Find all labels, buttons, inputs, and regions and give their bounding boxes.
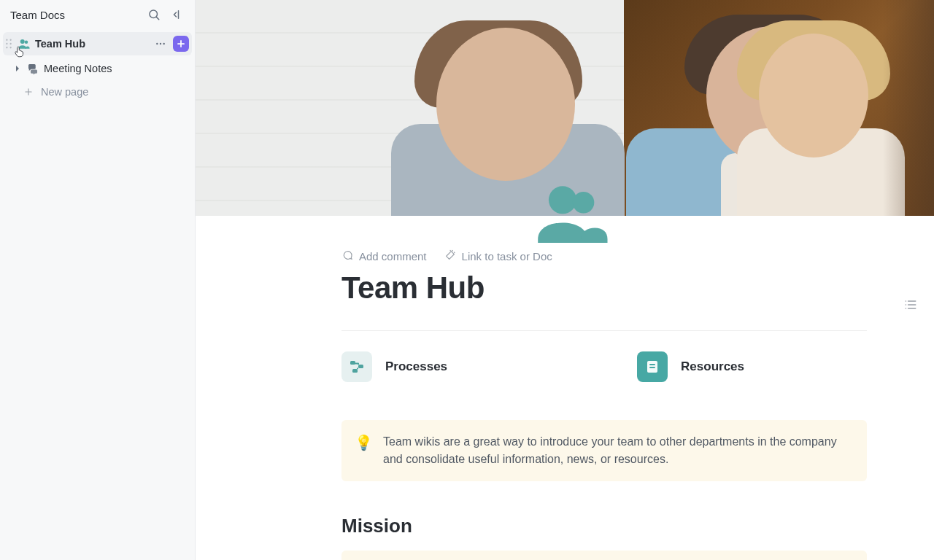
callout-mission-placeholder[interactable]: 💡 Share your team's mission to everybody…: [341, 551, 867, 560]
lightbulb-icon: 💡: [355, 433, 373, 468]
add-subpage-button[interactable]: [173, 36, 189, 52]
link-task-label: Link to task or Doc: [462, 250, 552, 262]
svg-point-11: [156, 43, 158, 44]
new-page-label: New page: [41, 86, 88, 98]
doc-canvas: Add comment Link to task or Doc Team Hub: [196, 0, 934, 560]
tile-label: Processes: [385, 359, 447, 374]
sidebar-item-meeting-notes[interactable]: Meeting Notes: [3, 57, 192, 80]
svg-point-8: [9, 47, 11, 48]
svg-rect-20: [350, 361, 355, 365]
doc-title[interactable]: Team Hub: [341, 271, 867, 306]
add-comment-label: Add comment: [359, 250, 427, 262]
sidebar-item-team-hub[interactable]: Team Hub: [3, 32, 192, 55]
wand-icon: [444, 249, 456, 263]
sidebar-item-label: Team Hub: [35, 38, 85, 50]
svg-point-4: [9, 39, 11, 41]
divider: [341, 330, 867, 331]
drag-handle-icon[interactable]: [4, 39, 13, 49]
sidebar: Team Docs Team Hub: [0, 0, 196, 560]
svg-point-13: [163, 43, 164, 44]
svg-point-7: [6, 47, 7, 48]
people-icon: [18, 37, 31, 50]
section-heading-mission[interactable]: Mission: [341, 515, 867, 537]
chat-bubbles-icon: [26, 62, 39, 75]
tile-label: Resources: [681, 359, 744, 374]
add-comment-button[interactable]: Add comment: [341, 249, 427, 263]
svg-rect-25: [649, 364, 655, 365]
svg-point-12: [160, 43, 161, 44]
svg-point-3: [6, 39, 7, 41]
svg-line-1: [156, 17, 158, 19]
comment-icon: [341, 249, 353, 263]
tile-processes[interactable]: Processes: [341, 351, 447, 382]
svg-rect-21: [358, 365, 363, 368]
book-icon: [637, 351, 668, 382]
callout-tip[interactable]: 💡 Team wikis are a great way to introduc…: [341, 420, 867, 481]
svg-point-10: [25, 41, 28, 44]
tile-resources[interactable]: Resources: [637, 351, 744, 382]
sidebar-title: Team Docs: [10, 9, 65, 21]
sidebar-item-label: Meeting Notes: [44, 63, 112, 74]
link-task-button[interactable]: Link to task or Doc: [444, 249, 552, 263]
svg-rect-26: [649, 367, 655, 368]
svg-point-5: [6, 43, 7, 44]
svg-point-18: [549, 186, 576, 214]
svg-rect-22: [352, 369, 358, 373]
caret-right-icon[interactable]: [13, 65, 22, 72]
page-menu-button[interactable]: [153, 36, 169, 52]
search-icon[interactable]: [147, 7, 161, 22]
new-page-button[interactable]: New page: [3, 80, 192, 104]
svg-point-19: [573, 192, 594, 213]
toc-toggle-icon[interactable]: [903, 298, 918, 312]
svg-point-9: [20, 39, 25, 44]
flow-icon: [341, 351, 372, 382]
svg-point-6: [9, 43, 11, 44]
collapse-sidebar-icon[interactable]: [170, 7, 185, 22]
callout-text: Team wikis are a great way to introduce …: [383, 433, 852, 468]
